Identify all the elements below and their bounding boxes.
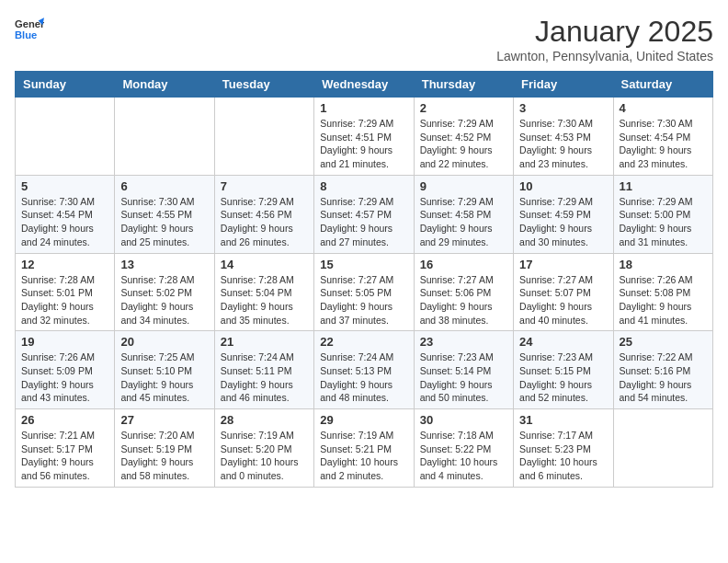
day-info: Sunrise: 7:30 AMSunset: 4:53 PMDaylight:… <box>519 117 607 171</box>
table-row: 25Sunrise: 7:22 AMSunset: 5:16 PMDayligh… <box>613 331 712 409</box>
svg-text:Blue: Blue <box>15 29 37 40</box>
header-thursday: Thursday <box>414 72 513 98</box>
day-number: 17 <box>519 258 607 271</box>
day-info: Sunrise: 7:17 AMSunset: 5:23 PMDaylight:… <box>519 429 607 483</box>
day-number: 4 <box>620 101 707 115</box>
day-info: Sunrise: 7:28 AMSunset: 5:04 PMDaylight:… <box>221 273 308 327</box>
table-row: 2Sunrise: 7:29 AMSunset: 4:52 PMDaylight… <box>414 98 513 176</box>
day-info: Sunrise: 7:30 AMSunset: 4:54 PMDaylight:… <box>21 195 108 249</box>
calendar-week-row: 19Sunrise: 7:26 AMSunset: 5:09 PMDayligh… <box>16 331 713 409</box>
table-row: 4Sunrise: 7:30 AMSunset: 4:54 PMDaylight… <box>613 98 712 176</box>
table-row <box>16 98 115 176</box>
table-row: 26Sunrise: 7:21 AMSunset: 5:17 PMDayligh… <box>16 409 115 488</box>
table-row: 11Sunrise: 7:29 AMSunset: 5:00 PMDayligh… <box>613 175 712 253</box>
table-row: 31Sunrise: 7:17 AMSunset: 5:23 PMDayligh… <box>514 409 613 488</box>
day-info: Sunrise: 7:27 AMSunset: 5:05 PMDaylight:… <box>320 273 407 327</box>
table-row <box>214 98 313 176</box>
table-row: 12Sunrise: 7:28 AMSunset: 5:01 PMDayligh… <box>16 253 115 331</box>
table-row: 8Sunrise: 7:29 AMSunset: 4:57 PMDaylight… <box>314 175 414 253</box>
day-number: 12 <box>21 258 108 271</box>
header-sunday: Sunday <box>16 72 115 98</box>
day-number: 7 <box>221 179 308 193</box>
table-row: 24Sunrise: 7:23 AMSunset: 5:15 PMDayligh… <box>514 331 613 409</box>
day-info: Sunrise: 7:23 AMSunset: 5:15 PMDaylight:… <box>519 350 607 405</box>
header-tuesday: Tuesday <box>214 72 313 98</box>
day-info: Sunrise: 7:19 AMSunset: 5:21 PMDaylight:… <box>320 429 407 483</box>
day-number: 15 <box>320 258 407 271</box>
calendar-week-row: 12Sunrise: 7:28 AMSunset: 5:01 PMDayligh… <box>16 253 713 331</box>
table-row: 23Sunrise: 7:23 AMSunset: 5:14 PMDayligh… <box>414 331 513 409</box>
day-number: 31 <box>519 413 607 427</box>
table-row: 29Sunrise: 7:19 AMSunset: 5:21 PMDayligh… <box>314 409 414 488</box>
table-row: 5Sunrise: 7:30 AMSunset: 4:54 PMDaylight… <box>16 175 115 253</box>
day-number: 29 <box>320 413 407 427</box>
day-info: Sunrise: 7:30 AMSunset: 4:55 PMDaylight:… <box>120 195 208 249</box>
table-row <box>613 409 712 488</box>
page-header: General Blue January 2025 Lawnton, Penns… <box>15 15 713 63</box>
table-row: 20Sunrise: 7:25 AMSunset: 5:10 PMDayligh… <box>115 331 214 409</box>
calendar-subtitle: Lawnton, Pennsylvania, United States <box>496 49 713 63</box>
table-row: 28Sunrise: 7:19 AMSunset: 5:20 PMDayligh… <box>214 409 313 488</box>
table-row <box>115 98 214 176</box>
day-number: 10 <box>519 179 607 193</box>
day-info: Sunrise: 7:28 AMSunset: 5:02 PMDaylight:… <box>120 273 208 327</box>
day-info: Sunrise: 7:24 AMSunset: 5:13 PMDaylight:… <box>320 350 407 405</box>
day-info: Sunrise: 7:23 AMSunset: 5:14 PMDaylight:… <box>420 350 507 405</box>
day-info: Sunrise: 7:26 AMSunset: 5:08 PMDaylight:… <box>620 273 707 327</box>
header-wednesday: Wednesday <box>314 72 414 98</box>
day-number: 11 <box>620 179 707 193</box>
day-info: Sunrise: 7:27 AMSunset: 5:06 PMDaylight:… <box>420 273 507 327</box>
table-row: 3Sunrise: 7:30 AMSunset: 4:53 PMDaylight… <box>514 98 613 176</box>
header-saturday: Saturday <box>613 72 712 98</box>
table-row: 7Sunrise: 7:29 AMSunset: 4:56 PMDaylight… <box>214 175 313 253</box>
day-info: Sunrise: 7:27 AMSunset: 5:07 PMDaylight:… <box>519 273 607 327</box>
table-row: 27Sunrise: 7:20 AMSunset: 5:19 PMDayligh… <box>115 409 214 488</box>
day-info: Sunrise: 7:20 AMSunset: 5:19 PMDaylight:… <box>120 429 208 483</box>
calendar-header-row: Sunday Monday Tuesday Wednesday Thursday… <box>16 72 713 98</box>
day-info: Sunrise: 7:30 AMSunset: 4:54 PMDaylight:… <box>620 117 707 171</box>
day-info: Sunrise: 7:29 AMSunset: 5:00 PMDaylight:… <box>620 195 707 249</box>
day-number: 25 <box>620 335 707 349</box>
table-row: 30Sunrise: 7:18 AMSunset: 5:22 PMDayligh… <box>414 409 513 488</box>
day-info: Sunrise: 7:22 AMSunset: 5:16 PMDaylight:… <box>620 350 707 405</box>
title-block: January 2025 Lawnton, Pennsylvania, Unit… <box>496 15 713 63</box>
table-row: 18Sunrise: 7:26 AMSunset: 5:08 PMDayligh… <box>613 253 712 331</box>
day-number: 5 <box>21 179 108 193</box>
table-row: 17Sunrise: 7:27 AMSunset: 5:07 PMDayligh… <box>514 253 613 331</box>
day-info: Sunrise: 7:28 AMSunset: 5:01 PMDaylight:… <box>21 273 108 327</box>
table-row: 21Sunrise: 7:24 AMSunset: 5:11 PMDayligh… <box>214 331 313 409</box>
logo-icon: General Blue <box>15 15 44 44</box>
table-row: 10Sunrise: 7:29 AMSunset: 4:59 PMDayligh… <box>514 175 613 253</box>
table-row: 22Sunrise: 7:24 AMSunset: 5:13 PMDayligh… <box>314 331 414 409</box>
table-row: 6Sunrise: 7:30 AMSunset: 4:55 PMDaylight… <box>115 175 214 253</box>
day-number: 28 <box>221 413 308 427</box>
day-number: 13 <box>120 258 208 271</box>
day-number: 9 <box>420 179 507 193</box>
day-number: 20 <box>120 335 208 349</box>
header-monday: Monday <box>115 72 214 98</box>
table-row: 19Sunrise: 7:26 AMSunset: 5:09 PMDayligh… <box>16 331 115 409</box>
day-number: 27 <box>120 413 208 427</box>
day-number: 16 <box>420 258 507 271</box>
calendar-table: Sunday Monday Tuesday Wednesday Thursday… <box>15 71 713 488</box>
day-info: Sunrise: 7:29 AMSunset: 4:59 PMDaylight:… <box>519 195 607 249</box>
day-number: 19 <box>21 335 108 349</box>
calendar-week-row: 5Sunrise: 7:30 AMSunset: 4:54 PMDaylight… <box>16 175 713 253</box>
day-number: 24 <box>519 335 607 349</box>
table-row: 14Sunrise: 7:28 AMSunset: 5:04 PMDayligh… <box>214 253 313 331</box>
day-info: Sunrise: 7:29 AMSunset: 4:56 PMDaylight:… <box>221 195 308 249</box>
calendar-week-row: 26Sunrise: 7:21 AMSunset: 5:17 PMDayligh… <box>16 409 713 488</box>
day-number: 26 <box>21 413 108 427</box>
header-friday: Friday <box>514 72 613 98</box>
table-row: 9Sunrise: 7:29 AMSunset: 4:58 PMDaylight… <box>414 175 513 253</box>
day-info: Sunrise: 7:19 AMSunset: 5:20 PMDaylight:… <box>221 429 308 483</box>
day-number: 3 <box>519 101 607 115</box>
day-number: 8 <box>320 179 407 193</box>
day-info: Sunrise: 7:29 AMSunset: 4:58 PMDaylight:… <box>420 195 507 249</box>
table-row: 16Sunrise: 7:27 AMSunset: 5:06 PMDayligh… <box>414 253 513 331</box>
day-info: Sunrise: 7:24 AMSunset: 5:11 PMDaylight:… <box>221 350 308 405</box>
table-row: 15Sunrise: 7:27 AMSunset: 5:05 PMDayligh… <box>314 253 414 331</box>
table-row: 13Sunrise: 7:28 AMSunset: 5:02 PMDayligh… <box>115 253 214 331</box>
day-number: 2 <box>420 101 507 115</box>
day-info: Sunrise: 7:21 AMSunset: 5:17 PMDaylight:… <box>21 429 108 483</box>
